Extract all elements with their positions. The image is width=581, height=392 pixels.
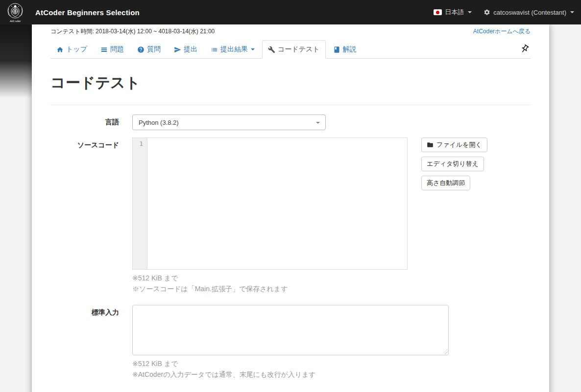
gear-icon: [484, 9, 490, 16]
language-label: 日本語: [445, 8, 464, 17]
line-number-gutter: 1: [133, 138, 147, 269]
home-icon: [56, 46, 64, 53]
toggle-editor-button[interactable]: エディタ切り替え: [421, 157, 484, 171]
note-size-limit: ※512 KiB まで: [132, 358, 531, 369]
open-file-button[interactable]: ファイルを開く: [421, 138, 487, 152]
auto-height-button[interactable]: 高さ自動調節: [421, 176, 470, 190]
list-icon: [211, 46, 218, 53]
tab-label: 問題: [110, 45, 124, 54]
chevron-down-icon: [570, 11, 574, 13]
code-editor[interactable]: 1: [132, 138, 408, 270]
tab-label: コードテスト: [278, 45, 320, 54]
source-row: ソースコード 1 ファイルを開く: [50, 138, 531, 294]
language-dropdown[interactable]: 日本語: [434, 8, 472, 17]
stdin-notes: ※512 KiB まで ※AtCoderの入力データでは通常、末尾にも改行が入り…: [132, 358, 531, 380]
tab-code-test[interactable]: コードテスト: [262, 40, 326, 59]
navbar: AtCoder AtCoder Beginners Selection 日本語 …: [0, 0, 581, 24]
divider: [50, 105, 531, 105]
stdin-label: 標準入力: [50, 305, 132, 317]
chevron-down-icon: [316, 122, 320, 124]
atcoder-logo-icon: AtCoder: [4, 1, 26, 23]
editor-buttons: ファイルを開く エディタ切り替え 高さ自動調節: [421, 138, 487, 270]
stdin-textarea[interactable]: [132, 305, 449, 355]
button-label: エディタ切り替え: [427, 160, 479, 168]
main-container: コンテスト時間: 2018-03-14(水) 12:00 ~ 4018-03-1…: [32, 24, 549, 392]
user-label: catcoswavist (Contestant): [493, 9, 566, 16]
note-size-limit: ※512 KiB まで: [132, 273, 531, 283]
tab-questions[interactable]: 質問: [131, 40, 167, 59]
wrench-icon: [268, 46, 275, 53]
japan-flag-icon: [434, 9, 442, 15]
tab-editorial[interactable]: 解説: [327, 40, 363, 59]
folder-open-icon: [427, 141, 434, 148]
chevron-down-icon: [251, 48, 255, 50]
button-label: 高さ自動調節: [427, 179, 465, 187]
contest-bar: コンテスト時間: 2018-03-14(水) 12:00 ~ 4018-03-1…: [50, 24, 531, 36]
navbar-brand: AtCoder Beginners Selection: [35, 8, 140, 17]
tab-problems[interactable]: 問題: [95, 40, 130, 59]
source-notes: ※512 KiB まで ※ソースコードは「Main.拡張子」で保存されます: [132, 273, 531, 294]
page-title: コードテスト: [50, 73, 531, 93]
source-label: ソースコード: [50, 138, 132, 150]
tab-label: 質問: [147, 45, 161, 54]
tab-submit[interactable]: 提出: [168, 40, 203, 59]
tab-label: トップ: [66, 45, 87, 54]
user-dropdown[interactable]: catcoswavist (Contestant): [484, 9, 574, 16]
button-label: ファイルを開く: [436, 140, 482, 149]
brand-link[interactable]: AtCoder AtCoder Beginners Selection: [4, 0, 140, 24]
line-number: 1: [139, 140, 143, 147]
back-to-home-link[interactable]: AtCoderホームへ戻る: [473, 27, 531, 36]
background-gradient: [0, 24, 32, 98]
question-circle-icon: [137, 46, 145, 53]
tab-label: 提出: [184, 45, 197, 54]
note-trailing-newline: ※AtCoderの入力データでは通常、末尾にも改行が入ります: [132, 369, 531, 380]
tab-top[interactable]: トップ: [50, 40, 93, 59]
navbar-right: 日本語 catcoswavist (Contestant): [434, 8, 574, 17]
paper-plane-icon: [174, 46, 181, 53]
contest-time: コンテスト時間: 2018-03-14(水) 12:00 ~ 4018-03-1…: [50, 27, 215, 36]
book-icon: [333, 46, 340, 53]
tab-bar: トップ 問題 質問 提出 提出結果 コードテスト: [50, 40, 531, 59]
language-select[interactable]: Python (3.8.2): [132, 115, 326, 130]
chevron-down-icon: [468, 11, 472, 13]
language-selected-value: Python (3.8.2): [139, 119, 179, 126]
language-label: 言語: [50, 115, 132, 127]
svg-text:AtCoder: AtCoder: [10, 19, 21, 23]
tab-label: 提出結果: [220, 45, 248, 54]
language-row: 言語 Python (3.8.2): [50, 115, 531, 130]
tab-results[interactable]: 提出結果: [205, 40, 261, 59]
stdin-row: 標準入力 ※512 KiB まで ※AtCoderの入力データでは通常、末尾にも…: [50, 305, 531, 380]
tab-label: 解説: [343, 45, 357, 54]
note-filename: ※ソースコードは「Main.拡張子」で保存されます: [132, 283, 531, 294]
list-lines-icon: [100, 46, 108, 53]
code-input[interactable]: [147, 138, 407, 269]
